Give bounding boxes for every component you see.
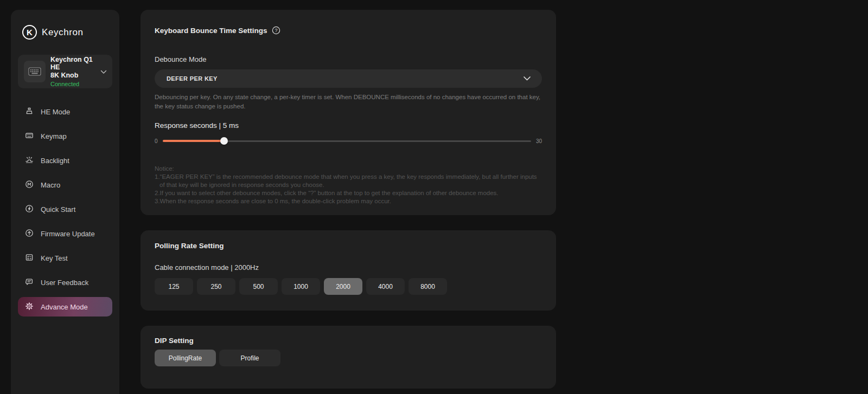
dip-setting-card: DIP Setting PollingRate Profile [141,326,556,389]
sidebar-item-label: Quick Start [41,205,75,214]
notice-line: 3.When the response seconds are close to… [155,197,542,205]
macro-m-icon [25,180,34,190]
polling-rate-card: Polling Rate Setting Cable connection mo… [141,230,556,311]
bounce-time-card: Keyboard Bounce Time Settings ? Debounce… [141,10,556,215]
notice-title: Notice: [155,165,542,173]
sidebar-item-advance-mode[interactable]: Advance Mode [18,297,112,317]
checklist-icon [25,253,34,263]
sidebar-item-key-test[interactable]: Key Test [18,246,112,270]
polling-card-title: Polling Rate Setting [155,230,542,250]
polling-rate-button-250[interactable]: 250 [197,278,235,295]
slider-fill [163,140,224,142]
main-content: Keyboard Bounce Time Settings ? Debounce… [141,10,556,394]
notice-block: Notice: 1.“EAGER PER KEY” is the recomme… [155,165,542,206]
polling-rate-button-125[interactable]: 125 [155,278,193,295]
sidebar-nav: HE Mode Keymap [18,100,112,317]
keyboard-icon [25,131,34,141]
switch-icon [25,107,34,117]
help-icon[interactable]: ? [272,26,280,35]
sidebar-item-user-feedback[interactable]: User Feedback [18,270,112,295]
dip-card-title: DIP Setting [155,326,542,345]
sidebar-item-quick-start[interactable]: Quick Start [18,197,112,222]
sidebar-item-label: Firmware Update [41,230,95,238]
polling-rate-button-1000[interactable]: 1000 [282,278,320,295]
dip-tabs: PollingRate Profile [155,350,542,366]
notice-line: 1.“EAGER PER KEY” is the recommended deb… [155,173,542,189]
sidebar-item-firmware-update[interactable]: Firmware Update [18,222,112,246]
slider-track[interactable] [163,137,531,145]
debounce-mode-value: DEFER PER KEY [167,75,218,82]
gear-icon [25,302,34,312]
sidebar-item-label: Advance Mode [41,303,88,311]
chevron-down-icon [523,74,531,83]
polling-rate-options: 125 250 500 1000 2000 4000 8000 [155,278,542,295]
keyboard-device-icon [24,61,46,82]
slider-thumb[interactable] [220,137,228,145]
notice-line: 2.If you want to select other debounce m… [155,189,542,197]
sidebar-item-keymap[interactable]: Keymap [18,124,112,148]
sidebar-item-label: Key Test [41,254,68,262]
slider-min-label: 0 [155,138,158,144]
dip-tab-pollingrate[interactable]: PollingRate [155,350,216,366]
debounce-description: Debouncing per key. On any state change,… [155,93,541,112]
sidebar-item-label: Backlight [41,157,69,165]
sidebar-item-label: User Feedback [41,279,88,287]
sidebar-item-label: HE Mode [41,108,70,116]
response-seconds-label: Response seconds | 5 ms [155,121,542,130]
polling-rate-button-500[interactable]: 500 [239,278,278,295]
device-name-line2: 8K Knob [50,72,100,79]
arrow-up-circle-icon [25,229,34,239]
device-info: Keychron Q1 HE 8K Knob Connected [50,56,100,87]
slider-max-label: 30 [536,138,542,144]
sidebar-item-backlight[interactable]: Backlight [18,148,112,173]
brand: K Keychron [22,25,112,40]
lightning-icon [25,204,34,215]
bounce-card-title: Keyboard Bounce Time Settings [155,27,267,35]
debounce-mode-label: Debounce Mode [155,55,542,63]
dip-tab-profile[interactable]: Profile [219,350,280,366]
chevron-down-icon[interactable] [100,67,107,76]
polling-rate-button-4000[interactable]: 4000 [366,278,405,295]
sidebar-item-macro[interactable]: Macro [18,173,112,197]
cable-mode-label: Cable connection mode | 2000Hz [155,263,542,272]
debounce-mode-dropdown[interactable]: DEFER PER KEY [155,69,542,88]
device-status-badge: Connected [50,81,100,87]
sidebar-item-label: Macro [41,181,60,189]
app-window: K Keychron K [0,0,868,394]
sidebar-item-label: Keymap [41,132,67,140]
sidebar-item-he-mode[interactable]: HE Mode [18,100,112,124]
svg-text:?: ? [275,28,277,33]
keychron-logo-icon: K [22,25,37,40]
polling-rate-button-2000[interactable]: 2000 [324,278,362,295]
feedback-bubble-icon [25,277,34,288]
device-selector[interactable]: Keychron Q1 HE 8K Knob Connected [18,55,112,88]
brand-name: Keychron [42,27,84,38]
response-slider: 0 30 [155,137,542,145]
backlight-icon [25,156,34,166]
polling-rate-button-8000[interactable]: 8000 [409,278,447,295]
device-name-line1: Keychron Q1 HE [50,56,100,72]
sidebar: K Keychron K [11,10,119,394]
